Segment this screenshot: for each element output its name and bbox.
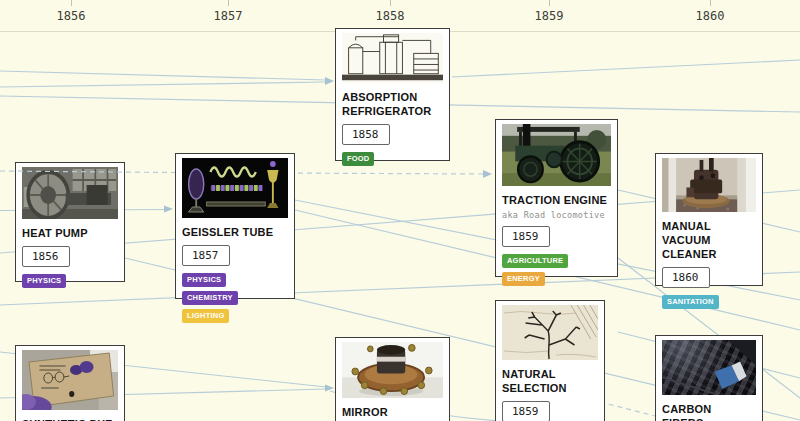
traction-engine-photo — [502, 124, 611, 186]
axis-year-label: 1858 — [376, 9, 405, 23]
card-natural-selection[interactable]: NATURAL SELECTION 1859 — [495, 300, 605, 421]
synthetic-dye-photo — [22, 350, 118, 410]
card-carbon-fibers[interactable]: CARBON FIBERS — [655, 335, 763, 421]
year-chip: 1859 — [502, 226, 550, 247]
tag-list: FOOD — [342, 148, 443, 166]
tag-sanitation: SANITATION — [662, 295, 719, 309]
card-traction-engine[interactable]: TRACTION ENGINE aka Road locomotive 1859… — [495, 119, 618, 277]
carbon-fibers-photo — [662, 340, 756, 395]
tag-physics: PHYSICS — [182, 273, 226, 287]
card-title: HEAT PUMP — [22, 226, 118, 240]
card-subtitle: aka Road locomotive — [502, 210, 611, 220]
manual-vacuum-cleaner-photo — [662, 158, 756, 212]
tag-agriculture: AGRICULTURE — [502, 254, 568, 268]
absorption-refrigerator-drawing — [342, 33, 443, 83]
card-geissler-tube[interactable]: GEISSLER TUBE 1857 PHYSICSCHEMISTRYLIGHT… — [175, 153, 295, 299]
card-heat-pump[interactable]: HEAT PUMP 1856 PHYSICS — [15, 162, 125, 282]
year-chip: 1858 — [342, 124, 390, 145]
year-chip: 1860 — [662, 267, 710, 288]
card-title: GEISSLER TUBE — [182, 225, 288, 239]
year-chip: 1856 — [22, 246, 70, 267]
tag-energy: ENERGY — [502, 272, 545, 286]
tag-list: AGRICULTURE ENERGY — [502, 250, 611, 286]
tag-lighting: LIGHTING — [182, 309, 229, 323]
heat-pump-photo — [22, 167, 118, 219]
tag-list: PHYSICSCHEMISTRYLIGHTING — [182, 269, 288, 323]
axis-tick-1858 — [390, 0, 391, 6]
axis-year-label: 1859 — [535, 9, 564, 23]
axis-tick-1857 — [228, 0, 229, 6]
card-title: SYNTHETIC DYE — [22, 417, 118, 421]
year-chip: 1859 — [502, 401, 550, 421]
card-synthetic-dye[interactable]: SYNTHETIC DYE — [15, 345, 125, 421]
axis-year-label: 1857 — [214, 9, 243, 23]
mirror-galvanometer-photo — [342, 342, 443, 398]
axis-year-label: 1860 — [696, 9, 725, 23]
tag-food: FOOD — [342, 152, 374, 166]
card-manual-vacuum-cleaner[interactable]: MANUAL VACUUM CLEANER 1860 SANITATION — [655, 153, 763, 286]
card-absorption-refrigerator[interactable]: ABSORPTION REFRIGERATOR 1858 FOOD — [335, 28, 450, 161]
year-chip: 1857 — [182, 245, 230, 266]
card-title: MIRROR GALVANOMETER — [342, 405, 443, 421]
tag-physics: PHYSICS — [22, 274, 66, 288]
tag-list: PHYSICS — [22, 270, 118, 288]
card-title: TRACTION ENGINE — [502, 193, 611, 207]
axis-tick-1859 — [549, 0, 550, 6]
natural-selection-sketch — [502, 305, 598, 360]
axis-tick-1856 — [71, 0, 72, 6]
card-mirror-galvanometer[interactable]: MIRROR GALVANOMETER — [335, 337, 450, 421]
card-title: CARBON FIBERS — [662, 402, 756, 421]
tag-chemistry: CHEMISTRY — [182, 291, 238, 305]
axis-year-label: 1856 — [57, 9, 86, 23]
geissler-tube-photo — [182, 158, 288, 218]
tag-list: SANITATION — [662, 291, 756, 309]
card-title: NATURAL SELECTION — [502, 367, 598, 395]
card-title: MANUAL VACUUM CLEANER — [662, 219, 756, 261]
tech-tree-timeline: 1856 1857 1858 1859 1860 — [0, 0, 800, 421]
axis-tick-1860 — [710, 0, 711, 6]
card-title: ABSORPTION REFRIGERATOR — [342, 90, 443, 118]
